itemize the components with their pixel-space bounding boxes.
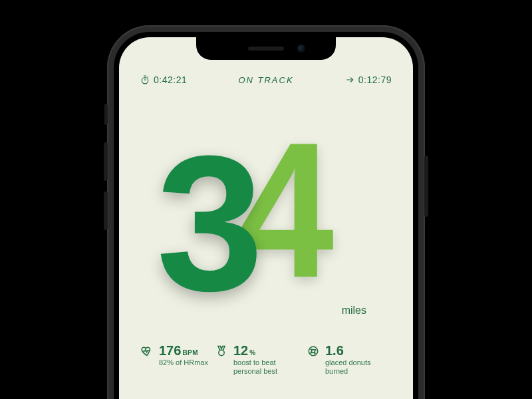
- top-bar: 0:42:21 ON TRACK 0:12:79: [119, 74, 413, 85]
- donuts-value: 1.6: [325, 343, 344, 358]
- arrow-right-icon: [345, 75, 354, 84]
- hr-unit: BPM: [182, 349, 198, 356]
- stat-donuts: 1.6 glaced donuts burned: [307, 343, 392, 376]
- distance-digit-front: 3: [156, 126, 251, 319]
- power-button[interactable]: [424, 156, 428, 217]
- svg-point-3: [311, 350, 315, 353]
- svg-point-6: [315, 353, 315, 354]
- stats-row: 176BPM 82% of HRmax 12% boost to b: [119, 343, 413, 376]
- boost-unit: %: [249, 349, 255, 356]
- notch: [196, 37, 336, 60]
- volume-up-button[interactable]: [104, 142, 108, 181]
- app-screen: 0:42:21 ON TRACK 0:12:79 4 3 miles: [119, 37, 413, 399]
- stat-heart-rate: 176BPM 82% of HRmax: [140, 343, 208, 367]
- stat-boost: 12% boost to beat personal best: [215, 343, 300, 376]
- elapsed-time-value: 0:42:21: [154, 74, 187, 85]
- svg-point-2: [309, 346, 317, 355]
- svg-point-4: [311, 349, 311, 350]
- medal-icon: [215, 344, 228, 358]
- mute-switch[interactable]: [104, 104, 108, 125]
- heart-rate-icon: [140, 344, 154, 358]
- remaining-time-value: 0:12:79: [358, 74, 392, 85]
- hr-sub: 82% of HRmax: [159, 358, 208, 367]
- distance-display: 4 3 miles: [119, 117, 413, 317]
- boost-sub: boost to beat personal best: [233, 358, 300, 376]
- elapsed-time: 0:42:21: [140, 74, 187, 85]
- status-label: ON TRACK: [238, 75, 293, 85]
- svg-point-5: [315, 350, 316, 350]
- stopwatch-icon: [140, 75, 150, 84]
- donut-icon: [307, 344, 320, 358]
- svg-point-1: [219, 350, 224, 355]
- phone-frame: 0:42:21 ON TRACK 0:12:79 4 3 miles: [107, 25, 425, 399]
- svg-point-7: [311, 352, 311, 353]
- distance-unit: miles: [342, 305, 366, 317]
- donuts-sub: glaced donuts burned: [325, 358, 392, 376]
- speaker-grille: [248, 47, 284, 51]
- hr-value: 176: [159, 343, 181, 358]
- remaining-time: 0:12:79: [345, 74, 392, 85]
- boost-value: 12: [233, 343, 248, 358]
- phone-bezel: 0:42:21 ON TRACK 0:12:79 4 3 miles: [114, 32, 418, 399]
- volume-down-button[interactable]: [104, 192, 108, 230]
- svg-point-0: [142, 78, 148, 84]
- front-camera: [297, 45, 305, 53]
